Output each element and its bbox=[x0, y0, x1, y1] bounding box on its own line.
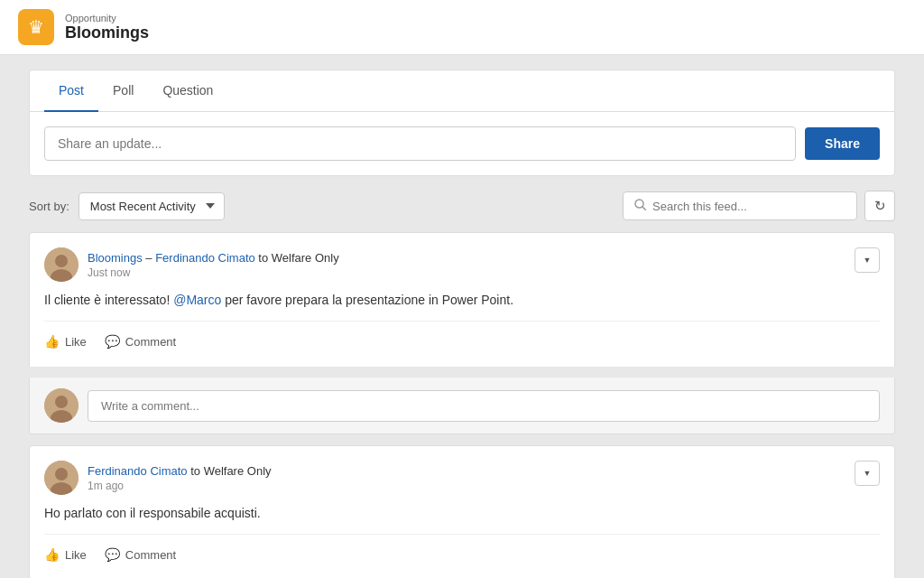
sort-row: Sort by: Most Recent Activity Top Activi… bbox=[29, 191, 895, 221]
chevron-down-icon-2: ▼ bbox=[864, 469, 872, 478]
svg-line-1 bbox=[642, 207, 646, 210]
like-button-2[interactable]: 👍 Like bbox=[44, 544, 87, 565]
crown-icon: ♛ bbox=[28, 16, 44, 38]
share-update-input[interactable] bbox=[44, 126, 796, 161]
mention-1: @Marco bbox=[173, 293, 221, 307]
compose-card: Post Poll Question Share bbox=[29, 70, 895, 176]
share-area: Share bbox=[30, 112, 894, 175]
post-author-suffix-1: to Welfare Only bbox=[255, 251, 339, 265]
post-author-link1-2[interactable]: Ferdinando Cimato bbox=[88, 464, 188, 478]
post-actions-2: 👍 Like 💬 Comment bbox=[44, 534, 880, 565]
comment-button-1[interactable]: 💬 Comment bbox=[105, 331, 176, 352]
like-icon-1: 👍 bbox=[44, 334, 60, 349]
post-author-sep-1: – bbox=[143, 251, 155, 265]
comment-button-2[interactable]: 💬 Comment bbox=[105, 544, 176, 565]
app-logo-icon: ♛ bbox=[18, 9, 54, 45]
avatar-2 bbox=[44, 461, 79, 495]
post-author-line-1: Bloomings – Ferdinando Cimato to Welfare… bbox=[88, 250, 339, 266]
post-author-suffix-2: to Welfare Only bbox=[188, 464, 272, 478]
post-time-1: Just now bbox=[88, 266, 339, 279]
comment-area-1 bbox=[29, 378, 895, 434]
compose-tabs: Post Poll Question bbox=[30, 70, 894, 112]
post-author-line-2: Ferdinando Cimato to Welfare Only bbox=[88, 463, 272, 480]
post-time-2: 1m ago bbox=[88, 480, 272, 492]
post-actions-1: 👍 Like 💬 Comment bbox=[44, 321, 880, 352]
comment-label-2: Comment bbox=[125, 548, 176, 562]
comment-input-1[interactable] bbox=[88, 390, 880, 422]
post-meta-2: Ferdinando Cimato to Welfare Only 1m ago bbox=[88, 463, 272, 492]
like-button-1[interactable]: 👍 Like bbox=[44, 331, 87, 352]
search-icon bbox=[634, 199, 646, 213]
comment-icon-2: 💬 bbox=[105, 547, 120, 562]
tab-poll[interactable]: Poll bbox=[98, 70, 148, 112]
svg-point-6 bbox=[55, 396, 68, 408]
like-label-2: Like bbox=[65, 548, 87, 562]
svg-point-9 bbox=[55, 468, 68, 480]
tab-question[interactable]: Question bbox=[148, 70, 227, 112]
post-meta-1: Bloomings – Ferdinando Cimato to Welfare… bbox=[88, 250, 339, 279]
post-dropdown-btn-1[interactable]: ▼ bbox=[855, 247, 880, 273]
feed-search-input[interactable] bbox=[652, 200, 845, 213]
app-name: Bloomings bbox=[65, 23, 149, 42]
post-body-1: Il cliente è interessato! @Marco per fav… bbox=[44, 291, 880, 310]
refresh-icon: ↻ bbox=[874, 198, 886, 214]
post-dropdown-btn-2[interactable]: ▼ bbox=[855, 461, 880, 486]
feed-card-2: Ferdinando Cimato to Welfare Only 1m ago… bbox=[29, 445, 895, 578]
app-header: ♛ Opportunity Bloomings bbox=[0, 0, 924, 55]
sort-label: Sort by: bbox=[29, 200, 69, 213]
post-header-1: Bloomings – Ferdinando Cimato to Welfare… bbox=[44, 247, 880, 282]
sort-select[interactable]: Most Recent Activity Top Activity Newest… bbox=[79, 192, 225, 220]
post-header-left-2: Ferdinando Cimato to Welfare Only 1m ago bbox=[44, 461, 272, 495]
post-author-link2-1[interactable]: Ferdinando Cimato bbox=[155, 251, 255, 265]
main-content: Post Poll Question Share Sort by: Most R… bbox=[11, 55, 913, 578]
tab-post[interactable]: Post bbox=[44, 70, 98, 112]
sort-right: ↻ bbox=[623, 191, 895, 221]
post-author-link1-1[interactable]: Bloomings bbox=[88, 251, 143, 265]
comment-label-1: Comment bbox=[125, 335, 176, 349]
post-body-2: Ho parlato con il responsabile acquisti. bbox=[44, 504, 880, 523]
avatar-1 bbox=[44, 247, 79, 282]
feed-post-1: Bloomings – Ferdinando Cimato to Welfare… bbox=[29, 232, 895, 434]
sort-left: Sort by: Most Recent Activity Top Activi… bbox=[29, 192, 225, 220]
share-button[interactable]: Share bbox=[805, 127, 880, 160]
app-title-block: Opportunity Bloomings bbox=[65, 13, 149, 42]
feed-post-2: Ferdinando Cimato to Welfare Only 1m ago… bbox=[29, 445, 895, 578]
app-category: Opportunity bbox=[65, 13, 149, 23]
comment-icon-1: 💬 bbox=[105, 334, 120, 349]
post-header-2: Ferdinando Cimato to Welfare Only 1m ago… bbox=[44, 461, 880, 495]
post-header-left-1: Bloomings – Ferdinando Cimato to Welfare… bbox=[44, 247, 339, 282]
comment-avatar-1 bbox=[44, 388, 79, 423]
like-label-1: Like bbox=[65, 335, 87, 349]
feed-card-1: Bloomings – Ferdinando Cimato to Welfare… bbox=[29, 232, 895, 367]
search-box bbox=[623, 191, 857, 220]
chevron-down-icon-1: ▼ bbox=[864, 256, 872, 265]
svg-point-3 bbox=[55, 255, 68, 267]
refresh-button[interactable]: ↻ bbox=[864, 191, 895, 221]
like-icon-2: 👍 bbox=[44, 547, 60, 562]
